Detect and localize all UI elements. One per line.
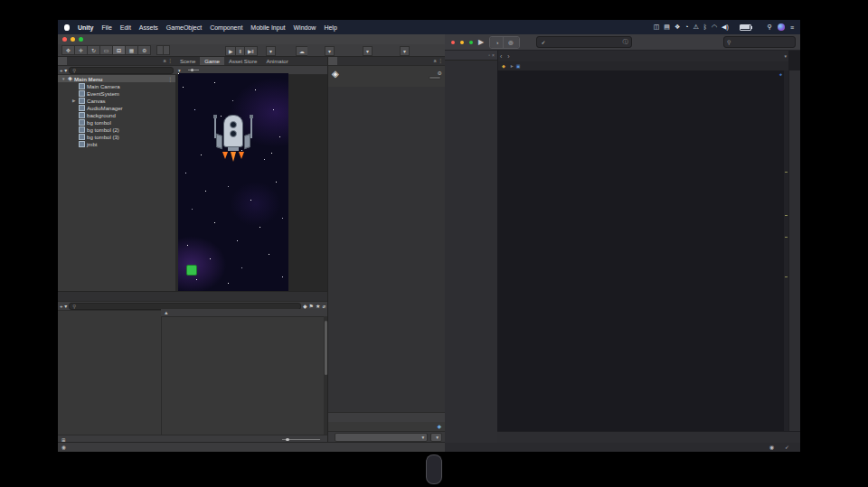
kebab-icon[interactable]: ⋮ [167, 76, 173, 82]
tool-button-5[interactable]: ▦ [125, 45, 137, 55]
hidden-packages-count[interactable]: ⌀ [322, 304, 326, 309]
minimize-button[interactable] [460, 41, 464, 44]
layout-dropdown[interactable]: ▾ [400, 46, 410, 56]
siri-icon[interactable] [778, 23, 785, 31]
space-button[interactable] [163, 45, 170, 55]
menu-unity[interactable]: Unity [78, 24, 94, 31]
create-menu-button[interactable]: + ▾ [60, 304, 67, 309]
tab-asset-store[interactable]: Asset Store [224, 56, 262, 65]
play-button[interactable]: ▶ [225, 46, 235, 56]
tab-scene[interactable]: Scene [175, 56, 200, 65]
hierarchy-item[interactable]: bg tombol (3) [58, 134, 175, 141]
hierarchy-item[interactable]: Main Camera [58, 82, 175, 89]
close-button[interactable] [451, 41, 455, 44]
hierarchy-item[interactable]: AudioManager [58, 104, 175, 111]
search-by-type-icon[interactable]: ◆ [303, 304, 307, 309]
menu-mobile-input[interactable]: Mobile Input [250, 24, 285, 31]
expand-arrow[interactable]: ▼ [61, 77, 66, 81]
hierarchy-item[interactable]: bg tombol [58, 119, 175, 126]
tab-hierarchy[interactable] [58, 56, 67, 65]
hierarchy-item[interactable]: jmbt [58, 141, 175, 148]
label-tag-icon[interactable]: ◆ [437, 423, 441, 429]
assetbundle-variant-dropdown[interactable]: ▾ [430, 433, 442, 442]
kebab-icon[interactable]: ⋮ [439, 58, 444, 63]
gear-icon[interactable]: ⚙ [438, 70, 442, 76]
menu-edit[interactable]: Edit [120, 24, 131, 31]
errors-button[interactable]: ◉ [769, 445, 776, 450]
resolution-dropdown[interactable]: ▾ [178, 68, 181, 73]
status-icon-2[interactable]: ❖ [675, 23, 680, 31]
code-editor[interactable]: ◆ [497, 70, 788, 432]
create-menu-button[interactable]: + ▾ [60, 68, 67, 73]
vs-search-box[interactable]: ⚲ [723, 36, 796, 48]
menu-window[interactable]: Window [294, 24, 316, 31]
close-icon[interactable]: × [492, 52, 495, 58]
collapse-icon[interactable]: ▲ [164, 310, 169, 315]
attach-to-unity-button[interactable]: ◎ [503, 37, 519, 48]
tool-button-3[interactable]: ▭ [99, 45, 112, 55]
saved-search-icon[interactable]: ★ [316, 304, 320, 309]
lock-icon[interactable]: a [433, 58, 436, 63]
music-menu-button[interactable] [184, 264, 199, 276]
open-button[interactable] [429, 76, 441, 80]
status-icon-5[interactable]: ᛒ [703, 23, 707, 31]
tab-game[interactable]: Game [200, 56, 224, 65]
pivot-button[interactable] [156, 45, 163, 55]
status-icon-4[interactable]: ⚠ [693, 23, 698, 31]
hierarchy-item[interactable]: ▶Canvas [58, 97, 175, 104]
hierarchy-item[interactable]: bg tombol (2) [58, 126, 175, 134]
grid-scrollbar[interactable] [324, 316, 327, 435]
tool-button-2[interactable]: ↻ [87, 45, 99, 55]
minimize-button[interactable] [71, 37, 75, 42]
zoom-button[interactable] [79, 37, 83, 42]
cloud-button[interactable]: ☁ [296, 46, 307, 56]
asset-labels-header[interactable] [328, 412, 446, 422]
hierarchy-search-input[interactable]: ⚲ [69, 67, 174, 74]
menu-assets[interactable]: Assets [139, 24, 158, 31]
hierarchy-item[interactable]: EventSystem [58, 89, 175, 97]
hierarchy-item[interactable]: background [58, 111, 175, 118]
status-icon-1[interactable]: ▤ [664, 23, 670, 31]
notification-center-icon[interactable]: ≡ [790, 24, 794, 31]
tool-button-4[interactable]: ⊡ [112, 45, 125, 55]
assetbundle-dropdown[interactable]: ▾ [335, 433, 428, 442]
spotlight-icon[interactable]: ⚲ [768, 23, 772, 31]
configuration-dropdown[interactable]: › [490, 37, 503, 48]
close-button[interactable] [62, 37, 67, 42]
status-icon-0[interactable]: ◫ [654, 23, 660, 31]
layers-dropdown[interactable]: ▾ [363, 46, 373, 56]
menu-file[interactable]: File [102, 24, 112, 31]
zoom-button[interactable] [469, 41, 473, 44]
search-by-label-icon[interactable]: ⚑ [309, 304, 314, 309]
tab-animator[interactable]: Animator [261, 56, 292, 65]
tab-inspector[interactable] [328, 56, 337, 65]
nav-back-icon[interactable]: ‹ [497, 51, 505, 61]
tool-button-0[interactable]: ✥ [61, 45, 74, 55]
nav-forward-icon[interactable]: › [505, 51, 512, 61]
menu-gameobject[interactable]: GameObject [166, 24, 202, 31]
lock-icon[interactable]: a [163, 58, 165, 63]
tool-button-6[interactable]: ⚙ [137, 45, 151, 55]
account-dropdown[interactable]: ▾ [325, 46, 335, 56]
menu-help[interactable]: Help [324, 24, 336, 31]
expand-arrow[interactable]: ▶ [72, 98, 77, 103]
scale-slider[interactable] [188, 70, 199, 70]
run-button[interactable]: ▶ [478, 38, 484, 46]
info-icon[interactable]: ⓘ [622, 38, 627, 46]
thumbnail-size-slider[interactable] [282, 439, 320, 440]
pin-icon[interactable]: ▫ [488, 52, 490, 58]
hierarchy-item-root[interactable]: ▼◈Main Menu⋮ [58, 75, 175, 82]
status-icon-6[interactable]: ◠ [712, 23, 717, 31]
tasks-button[interactable]: ✓ [785, 445, 791, 450]
pause-button[interactable]: ‖ [235, 46, 243, 56]
status-icon-7[interactable]: ◀) [722, 23, 729, 31]
collab-button[interactable]: ▾ [266, 46, 276, 56]
step-button[interactable]: ▶‖ [244, 46, 258, 56]
apple-icon[interactable] [64, 24, 70, 31]
kebab-icon[interactable]: ⋮ [168, 58, 174, 63]
status-icon-3[interactable]: ◔ [684, 23, 688, 31]
tool-button-1[interactable]: ✛ [74, 45, 87, 55]
menu-component[interactable]: Component [210, 24, 242, 31]
tab-overflow-icon[interactable]: ▾ [782, 51, 788, 61]
vs-search-input[interactable] [732, 39, 792, 46]
